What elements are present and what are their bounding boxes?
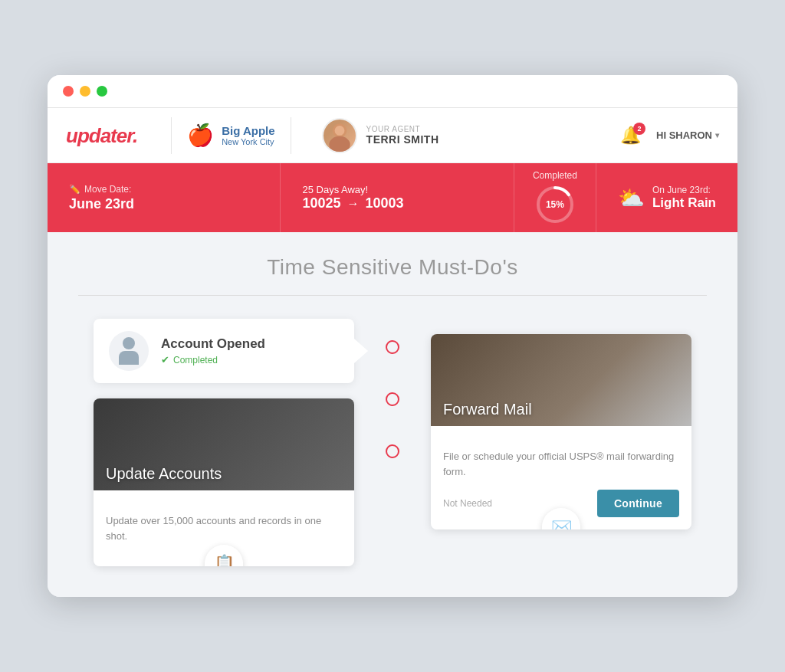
pencil-icon: ✏️ [69,184,80,195]
update-accounts-title: Update Accounts [94,457,354,490]
user-greeting[interactable]: HI SHARON ▾ [656,129,719,141]
to-zip: 10003 [366,195,404,211]
divider-line [78,295,707,296]
progress-ring: 15% [534,184,576,225]
forward-mail-title: Forward Mail [431,393,691,426]
timeline-center [377,319,408,566]
update-accounts-card[interactable]: Update Accounts 📋 Update over 15,000 acc… [94,398,354,566]
dot-yellow[interactable] [80,86,90,97]
brand-section: 🍎 Big Apple New York City [187,123,274,148]
agent-info: YOUR AGENT TERRI SMITH [322,118,439,153]
progress-text: 15% [546,199,564,210]
agent-label: YOUR AGENT [366,125,439,133]
update-accounts-desc: Update over 15,000 accounts and records … [106,513,342,543]
browser-window: updater. 🍎 Big Apple New York City YOUR … [48,75,737,597]
timeline-dot-1 [386,340,399,354]
forward-mail-desc: File or schedule your official USPS® mai… [443,449,679,479]
account-opened-status-text: Completed [173,355,218,366]
move-date-section: ✏️ Move Date: June 23rd [48,163,281,232]
nav-right: 🔔 2 HI SHARON ▾ [620,126,719,146]
route-section: 25 Days Away! 10025 → 10003 [281,163,514,232]
timeline-container: Account Opened ✔ Completed Update Accoun… [78,319,707,566]
account-opened-title: Account Opened [161,336,265,352]
greeting-text: HI SHARON [656,129,712,141]
not-needed-button[interactable]: Not Needed [443,498,492,509]
nav-divider-2 [291,117,291,154]
from-zip: 10025 [302,195,340,211]
weather-date: On June 23rd: [652,185,716,195]
red-banner: ✏️ Move Date: June 23rd 25 Days Away! 10… [48,163,737,232]
section-title: Time Sensitive Must-Do's [78,255,707,280]
weather-row: ⛅ On June 23rd: Light Rain [618,185,716,211]
continue-button[interactable]: Continue [597,490,679,517]
sil-head [123,337,135,349]
bell-button[interactable]: 🔔 2 [620,126,641,146]
agent-name: TERRI SMITH [366,133,439,146]
svg-point-1 [329,136,350,151]
account-opened-card[interactable]: Account Opened ✔ Completed [94,319,354,383]
update-accounts-image: Update Accounts [94,398,354,490]
timeline-dot-2 [386,392,399,406]
brand-name: Big Apple [222,124,274,137]
timeline-left: Account Opened ✔ Completed Update Accoun… [78,319,377,566]
check-icon: ✔ [161,354,169,366]
app-logo[interactable]: updater. [66,126,137,146]
agent-label-group: YOUR AGENT TERRI SMITH [366,125,439,146]
agent-avatar [322,118,357,153]
dot-red[interactable] [63,86,74,97]
progress-section: Completed 15% [514,163,596,232]
forward-mail-card[interactable]: Forward Mail ✉️ File or schedule your of… [431,334,691,529]
sil-body [119,351,139,365]
weather-text: On June 23rd: Light Rain [652,185,716,211]
navbar: updater. 🍎 Big Apple New York City YOUR … [48,108,737,163]
route-row: 10025 → 10003 [302,195,491,211]
brand-sub: New York City [222,137,274,146]
nav-divider-1 [171,117,172,154]
dot-green[interactable] [97,86,107,97]
apple-icon: 🍎 [187,123,214,148]
days-away-label: 25 Days Away! [302,184,491,195]
account-opened-icon [109,331,149,371]
move-date-label: ✏️ Move Date: [69,184,258,195]
weather-icon: ⛅ [618,185,645,211]
weather-desc: Light Rain [652,195,716,211]
timeline-right: Forward Mail ✉️ File or schedule your of… [408,319,707,566]
person-silhouette [119,337,139,365]
main-content: Time Sensitive Must-Do's Account Opened [48,232,737,597]
move-date-value: June 23rd [69,196,258,212]
bell-badge: 2 [633,123,645,135]
timeline-dot-3 [386,444,399,458]
account-opened-status: ✔ Completed [161,354,265,366]
forward-mail-image: Forward Mail [431,334,691,426]
title-bar [48,75,737,108]
brand-text: Big Apple New York City [222,124,274,146]
weather-section: ⛅ On June 23rd: Light Rain [596,163,737,232]
completed-label: Completed [533,170,577,181]
svg-point-2 [334,126,344,136]
chevron-down-icon: ▾ [715,131,719,139]
account-opened-text: Account Opened ✔ Completed [161,336,265,366]
arrow-right-icon: → [347,197,360,211]
